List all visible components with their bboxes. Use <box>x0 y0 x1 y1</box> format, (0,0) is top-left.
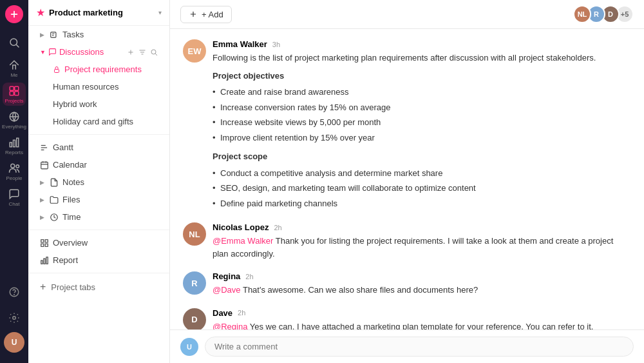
author-emma: Emma Walker <box>213 39 267 49</box>
main-content: + Add NL R D +5 EW Emma Walker 3h Follow… <box>170 0 644 363</box>
svg-rect-2 <box>10 86 14 90</box>
avatar-dave: D <box>183 308 206 330</box>
gantt-label: Gantt <box>53 142 73 152</box>
filter-icon[interactable] <box>138 48 146 56</box>
list-item: Improve client retention by 15% over yea… <box>213 130 631 146</box>
lock-icon <box>53 66 61 74</box>
notes-expand-icon: ▶ <box>40 179 44 186</box>
svg-point-14 <box>14 294 15 295</box>
svg-point-15 <box>13 317 16 320</box>
sidebar-item-report[interactable]: Report <box>32 252 166 268</box>
calendar-label: Calendar <box>53 160 87 170</box>
list-item: SEO, design, and marketing team will col… <box>213 181 631 196</box>
time-nicolas: 2h <box>274 224 281 231</box>
project-tabs-label: Project tabs <box>51 282 95 292</box>
svg-rect-30 <box>41 244 44 246</box>
reports-button[interactable]: Reports <box>3 134 26 157</box>
sidebar-item-holiday-card[interactable]: Holiday card and gifts <box>32 113 166 130</box>
help-button[interactable] <box>3 280 26 304</box>
sidebar-item-human-resources[interactable]: Human resources <box>32 79 166 95</box>
svg-point-11 <box>11 164 15 168</box>
svg-rect-8 <box>10 142 12 147</box>
discussion-actions <box>127 48 158 56</box>
sidebar-item-discussions[interactable]: ▼ Discussions <box>32 44 166 60</box>
message-content-nicolas: Nicolas Lopez 2h @Emma Walker Thank you … <box>213 222 631 260</box>
files-expand-icon: ▶ <box>40 197 44 203</box>
sidebar-item-time[interactable]: ▶ Time <box>32 209 166 225</box>
message-content-emma: Emma Walker 3h Following is the list of … <box>213 39 631 211</box>
sidebar-item-files[interactable]: ▶ Files <box>32 191 166 208</box>
notes-icon <box>50 178 59 187</box>
report-label: Report <box>53 255 78 265</box>
messages-area: EW Emma Walker 3h Following is the list … <box>170 29 644 329</box>
sidebar-item-hybrid-work[interactable]: Hybrid work <box>32 96 166 112</box>
comment-user-avatar: U <box>180 338 198 356</box>
project-title: Product marketing <box>49 8 155 17</box>
time-dave: 2h <box>238 309 245 317</box>
add-discussion-icon[interactable] <box>127 48 135 56</box>
tasks-label: Tasks <box>62 30 84 39</box>
projects-button[interactable]: Projects <box>3 83 26 106</box>
svg-line-1 <box>16 44 19 47</box>
overview-icon <box>40 239 49 248</box>
svg-rect-33 <box>44 259 45 264</box>
add-content-button[interactable]: + Add <box>180 6 232 23</box>
author-dave: Dave <box>213 308 232 318</box>
message-text-regina: @Dave That's awesome. Can we also share … <box>213 284 631 297</box>
sidebar-item-calendar[interactable]: Calendar <box>32 157 166 173</box>
sidebar-item-project-requirements[interactable]: Project requirements <box>32 61 166 77</box>
comment-area: U <box>170 329 644 363</box>
message-content-dave: Dave 2h @Regina Yes we can. I have attac… <box>213 308 631 330</box>
svg-line-18 <box>155 54 157 55</box>
people-button[interactable]: People <box>3 160 26 183</box>
sidebar-item-overview[interactable]: Overview <box>32 235 166 251</box>
files-label: Files <box>62 195 80 204</box>
project-objectives-list: Create and raise brand awareness Increas… <box>213 84 631 145</box>
icon-bar: Me Projects Everything Reports People Ch… <box>0 0 28 363</box>
time-emma: 3h <box>272 41 280 48</box>
time-label: Time <box>62 212 80 222</box>
message-header-regina: Regina 2h <box>213 271 631 281</box>
svg-rect-5 <box>15 91 19 95</box>
avatar-emma: EW <box>183 39 206 63</box>
project-tabs-button[interactable]: + Project tabs <box>32 278 166 296</box>
global-add-button[interactable] <box>5 5 23 23</box>
user-avatar-button[interactable]: U <box>4 332 24 353</box>
sidebar-item-notes[interactable]: ▶ Notes <box>32 174 166 190</box>
people-label: People <box>6 175 23 181</box>
star-icon: ★ <box>36 6 45 19</box>
project-scope-list: Conduct a competitive analysis and deter… <box>213 166 631 211</box>
avatar-group: NL R D +5 <box>573 5 634 23</box>
avatar-regina: R <box>183 271 206 295</box>
message-header-nicolas: Nicolas Lopez 2h <box>213 222 631 232</box>
overview-label: Overview <box>53 238 88 248</box>
sidebar-item-gantt[interactable]: Gantt <box>32 139 166 155</box>
home-button[interactable]: Me <box>3 57 26 80</box>
nicolas-text: Thank you for listing the project requir… <box>213 236 613 259</box>
message-dave: D Dave 2h @Regina Yes we can. I have att… <box>183 308 631 330</box>
everything-button[interactable]: Everything <box>3 108 26 132</box>
everything-label: Everything <box>2 124 26 130</box>
avatar-nicolas: NL <box>183 222 206 246</box>
sidebar: ★ Product marketing ▾ ▶ Tasks ▼ Discussi… <box>28 0 170 363</box>
comment-input[interactable] <box>205 337 634 357</box>
message-text-dave: @Regina Yes we can. I have attached a ma… <box>213 320 631 330</box>
message-nicolas: NL Nicolas Lopez 2h @Emma Walker Thank y… <box>183 222 631 260</box>
message-text-emma: Following is the list of project marketi… <box>213 52 631 211</box>
svg-rect-29 <box>45 239 48 242</box>
discussions-icon <box>48 48 57 56</box>
settings-button[interactable] <box>3 306 26 329</box>
svg-rect-32 <box>41 260 43 264</box>
sidebar-item-tasks[interactable]: ▶ Tasks <box>32 26 166 43</box>
author-nicolas: Nicolas Lopez <box>213 222 269 232</box>
message-regina: R Regina 2h @Dave That's awesome. Can we… <box>183 271 631 297</box>
chat-button[interactable]: Chat <box>3 186 26 209</box>
project-header[interactable]: ★ Product marketing ▾ <box>28 0 169 26</box>
home-label: Me <box>10 72 17 78</box>
reports-label: Reports <box>5 150 23 155</box>
search-discussions-icon[interactable] <box>150 48 158 56</box>
report-icon <box>40 256 49 265</box>
project-requirements-label: Project requirements <box>64 64 142 74</box>
search-button[interactable] <box>3 31 26 54</box>
mention-regina: @Regina <box>213 322 247 330</box>
